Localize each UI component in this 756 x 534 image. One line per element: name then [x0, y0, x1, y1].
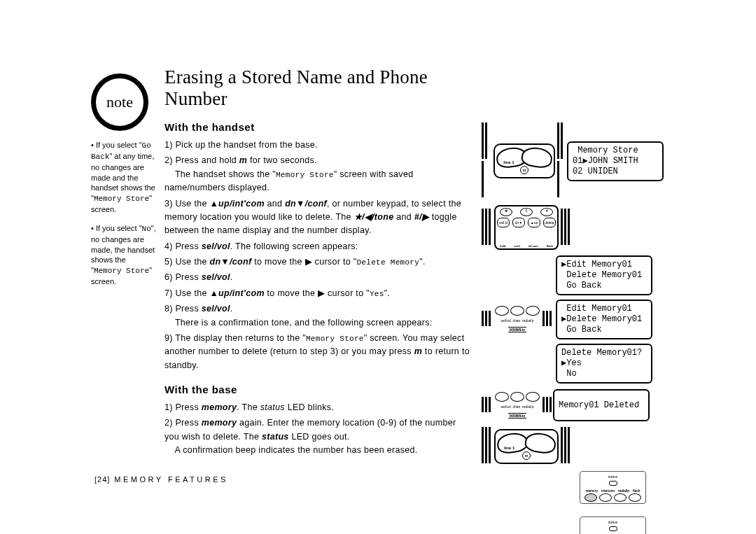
step-3: 3) Use the ▲up/int'com and dn▼/conf, or …	[164, 197, 472, 238]
bars-icon	[482, 311, 492, 328]
step-5: 5) Use the dn▼/conf to move the ▶ cursor…	[164, 255, 472, 269]
bars-icon	[561, 209, 571, 247]
step-9: 9) The display then returns to the "Memo…	[164, 332, 472, 372]
bars-icon	[482, 122, 491, 199]
main-content: Erasing a Stored Name and Phone Number W…	[164, 66, 472, 460]
bars-icon	[482, 209, 492, 247]
page-footer: [24]MEMORY FEATURES	[94, 475, 228, 484]
lcd-delete-memory: Edit Memory01 ▶Delete Memory01 Go Back	[556, 300, 652, 339]
lcd-deleted: Memory01 Deleted	[553, 389, 650, 421]
lcd-edit-memory: ▶Edit Memory01 Delete Memory01 Go Back	[556, 255, 652, 295]
illus-row-6: line 1 line 2 m	[482, 427, 664, 465]
sidebar-note-1: If you select "Go Back" at any time, no …	[91, 140, 158, 215]
keypad-icon: ✱ 0 # call id dn▼ ▲up delete hold conf i…	[494, 205, 559, 250]
oval-buttons-icon: sel/vol chan redial/p 900MHz	[494, 392, 540, 419]
illustrations-column: line 1 line 2 m Memory Store 01▶JOHN SMI…	[482, 122, 664, 534]
bars-icon	[482, 427, 492, 465]
page-title: Erasing a Stored Name and Phone Number	[164, 66, 472, 110]
sidebar-note-2: If you select "No", no changes are made,…	[91, 223, 158, 287]
step-6: 6) Press sel/vol.	[164, 271, 472, 284]
bars-icon	[542, 311, 553, 328]
bars-icon	[561, 427, 571, 465]
subhead-handset: With the handset	[164, 121, 472, 133]
base-step-2: 2) Press memory again. Enter the memory …	[164, 416, 472, 457]
footer-page-num: [24]	[94, 475, 110, 484]
step-4: 4) Press sel/vol. The following screen a…	[164, 240, 472, 253]
subhead-base: With the base	[164, 384, 472, 395]
base-step-1: 1) Press memory. The status LED blinks.	[164, 401, 472, 414]
lcd-confirm-delete: Delete Memory01? ▶Yes No	[556, 344, 652, 384]
illus-row-5: sel/vol chan redial/p 900MHz Memory01 De…	[482, 389, 664, 421]
base-steps: 1) Press memory. The status LED blinks. …	[164, 401, 472, 458]
base-unit-icon: status memoryintercomredial/pflash	[580, 471, 646, 504]
handset-top-icon: line 1 line 2 m	[493, 143, 555, 178]
note-label: note	[106, 93, 133, 111]
oval-buttons-icon: sel/vol chan redial/p 900MHz	[494, 306, 540, 333]
note-badge: note	[91, 73, 148, 131]
step-1: 1) Pick up the handset from the base.	[164, 139, 472, 152]
illus-row-1: line 1 line 2 m Memory Store 01▶JOHN SMI…	[482, 122, 664, 199]
illus-row-2: ✱ 0 # call id dn▼ ▲up delete hold conf i…	[482, 205, 664, 250]
step-8: 8) Press sel/vol. There is a confirmatio…	[164, 302, 472, 330]
sidebar-notes: If you select "Go Back" at any time, no …	[91, 140, 158, 295]
illus-row-3: sel/vol chan redial/p 900MHz ▶Edit Memor…	[482, 255, 664, 384]
step-2: 2) Press and hold m for two seconds. The…	[164, 154, 472, 195]
handset-steps: 1) Pick up the handset from the base. 2)…	[164, 139, 472, 372]
step-7: 7) Use the ▲up/int'com to move the ▶ cur…	[164, 287, 472, 300]
lcd-memory-store: Memory Store 01▶JOHN SMITH 02 UNIDEN	[567, 141, 664, 181]
bars-icon	[557, 122, 567, 199]
bars-icon	[482, 397, 492, 414]
base-unit-icon: status memoryintercomredial/pflash	[580, 517, 646, 534]
footer-section: MEMORY FEATURES	[114, 475, 228, 484]
handset-top-icon: line 1 line 2 m	[494, 429, 559, 464]
bars-icon	[542, 397, 553, 414]
